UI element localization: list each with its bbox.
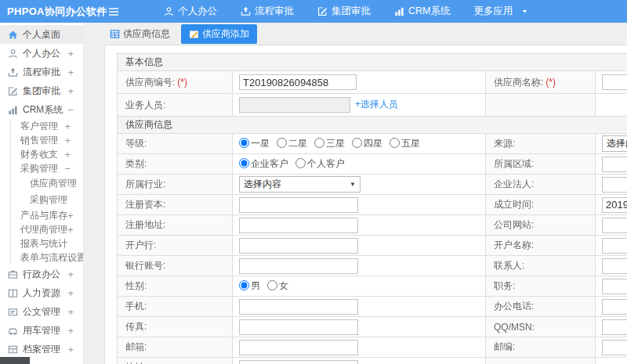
supplier-code-input[interactable] bbox=[239, 74, 357, 90]
radio-grade-0[interactable]: 一星 bbox=[239, 138, 270, 149]
sidebar-item-agent-mgmt[interactable]: 代理商管理+ bbox=[10, 222, 83, 236]
radio-gender-1[interactable]: 女 bbox=[267, 280, 288, 291]
sidebar-item-procurement-mgmt[interactable]: 采购管理− bbox=[10, 161, 83, 175]
topbar-menu-crm-system[interactable]: CRM系统 bbox=[394, 5, 450, 18]
topbar-menu-group-approval[interactable]: 集团审批 bbox=[317, 5, 371, 18]
form-label-cell: 成立时间: bbox=[486, 195, 596, 215]
sidebar-item-label: 供应商管理 bbox=[30, 177, 77, 190]
radio-grade-3[interactable]: 四星 bbox=[352, 138, 382, 149]
user-icon bbox=[8, 49, 18, 59]
radio-input-grade[interactable] bbox=[314, 138, 324, 148]
radio-input-category[interactable] bbox=[239, 158, 249, 168]
expand-icon[interactable]: + bbox=[67, 326, 74, 336]
office-phone-input[interactable] bbox=[602, 299, 627, 315]
form-label-cell: 供应商名称:(*) bbox=[486, 71, 596, 94]
expand-icon[interactable]: + bbox=[67, 49, 74, 59]
business-person-input[interactable] bbox=[239, 97, 350, 113]
expand-icon[interactable]: + bbox=[67, 211, 74, 221]
region-input[interactable] bbox=[602, 157, 627, 172]
form-label-cell: 地址: bbox=[118, 358, 233, 364]
sidebar-item-vehicle-mgmt[interactable]: 用车管理+ bbox=[0, 321, 83, 340]
expand-icon[interactable]: + bbox=[64, 121, 71, 132]
field-label: 供应商编号: bbox=[125, 77, 175, 88]
supplier-name-input[interactable] bbox=[602, 74, 627, 90]
sidebar-item-personal-desktop[interactable]: 个人桌面 bbox=[0, 25, 83, 44]
registered-address-input[interactable] bbox=[239, 218, 358, 233]
tab-supplier-add[interactable]: 供应商添加 bbox=[181, 24, 257, 44]
fax-input[interactable] bbox=[239, 319, 358, 335]
select-person-link[interactable]: +选择人员 bbox=[355, 99, 398, 110]
sidebar-item-admin-office[interactable]: 行政办公+ bbox=[0, 265, 83, 283]
sidebar-item-workflow-approval[interactable]: 流程审批+ bbox=[0, 63, 83, 81]
sidebar-item-purchase-mgmt[interactable]: 采购管理 bbox=[10, 192, 83, 208]
zipcode-input[interactable] bbox=[602, 340, 627, 355]
sidebar-item-reports-stats[interactable]: 报表与统计 bbox=[10, 236, 83, 250]
radio-grade-2[interactable]: 三星 bbox=[314, 138, 345, 149]
company-website-input[interactable] bbox=[602, 218, 627, 233]
bank-input[interactable] bbox=[239, 238, 358, 254]
industry-select[interactable]: 选择内容▼ bbox=[239, 176, 361, 193]
position-input[interactable] bbox=[602, 279, 627, 294]
radio-input-grade[interactable] bbox=[239, 138, 249, 148]
radio-category-0[interactable]: 企业客户 bbox=[239, 158, 288, 169]
legal-person-input[interactable] bbox=[602, 177, 627, 193]
sidebar-item-finance-income-expense[interactable]: 财务收支+ bbox=[10, 147, 83, 161]
sidebar-item-document-mgmt[interactable]: 公文管理+ bbox=[0, 302, 83, 321]
expand-icon[interactable]: + bbox=[67, 269, 74, 279]
form-value-cell bbox=[596, 337, 627, 358]
founding-date-input[interactable] bbox=[602, 197, 627, 213]
mobile-input[interactable] bbox=[239, 299, 358, 315]
form-value-cell bbox=[233, 195, 486, 215]
form-label-cell: 手机: bbox=[118, 297, 233, 317]
bank-account-input[interactable] bbox=[239, 258, 358, 274]
radio-grade-1[interactable]: 二星 bbox=[277, 138, 307, 149]
sidebar-item-form-flow-settings[interactable]: 表单与流程设置+ bbox=[10, 250, 83, 265]
expand-icon[interactable]: + bbox=[67, 344, 74, 355]
sidebar-item-supplier-mgmt[interactable]: 供应商管理 bbox=[10, 175, 83, 192]
tab-supplier-info[interactable]: 供应商信息 bbox=[105, 24, 175, 44]
radio-gender-0[interactable]: 男 bbox=[239, 280, 260, 291]
sidebar-item-product-inventory[interactable]: 产品与库存+ bbox=[10, 208, 83, 222]
expand-icon[interactable]: + bbox=[67, 307, 74, 317]
field-label: 职务: bbox=[494, 280, 515, 291]
sidebar-item-group-approval[interactable]: 集团审批+ bbox=[0, 81, 83, 100]
radio-input-gender[interactable] bbox=[267, 280, 277, 290]
registered-capital-input[interactable] bbox=[239, 197, 358, 213]
radio-input-grade[interactable] bbox=[352, 138, 362, 148]
menu-toggle-icon[interactable] bbox=[107, 5, 120, 18]
sidebar-item-archive-mgmt[interactable]: 档案管理+ bbox=[0, 340, 83, 359]
expand-icon[interactable]: + bbox=[67, 225, 74, 235]
source-select[interactable]: 选择内容▼ bbox=[602, 135, 627, 152]
sidebar-item-personal-office[interactable]: 个人办公+ bbox=[0, 44, 83, 63]
email-input[interactable] bbox=[239, 340, 358, 355]
sidebar-item-label: 人力资源 bbox=[23, 287, 60, 300]
sidebar-item-human-resources[interactable]: 人力资源+ bbox=[0, 283, 83, 302]
expand-icon[interactable]: + bbox=[67, 288, 74, 298]
radio-input-gender[interactable] bbox=[239, 280, 249, 290]
radio-input-grade[interactable] bbox=[277, 138, 287, 148]
qq-msn-input[interactable] bbox=[602, 319, 627, 335]
collapse-icon[interactable]: − bbox=[67, 105, 74, 115]
expand-icon[interactable]: + bbox=[67, 86, 74, 96]
expand-icon[interactable]: + bbox=[64, 150, 71, 160]
collapse-icon[interactable]: − bbox=[64, 164, 71, 174]
radio-input-grade[interactable] bbox=[390, 138, 400, 148]
expand-icon[interactable]: + bbox=[67, 67, 74, 77]
topbar-menu-more-apps[interactable]: 更多应用 bbox=[473, 5, 528, 18]
form-value-cell bbox=[596, 215, 627, 236]
radio-input-category[interactable] bbox=[295, 158, 306, 168]
contact-person-input[interactable] bbox=[602, 258, 627, 274]
sidebar-item-crm-system[interactable]: CRM系统− bbox=[0, 100, 83, 119]
account-name-input[interactable] bbox=[602, 238, 627, 254]
address-input[interactable] bbox=[239, 360, 358, 364]
radio-grade-4[interactable]: 五星 bbox=[390, 138, 420, 149]
expand-icon[interactable]: + bbox=[64, 135, 71, 146]
sidebar-item-sales-mgmt[interactable]: 销售管理+ bbox=[10, 133, 83, 147]
topbar-menu-personal-office[interactable]: 个人办公 bbox=[164, 5, 217, 18]
sidebar-item-label: 报表与统计 bbox=[20, 237, 67, 250]
topbar-menu-workflow-approval[interactable]: 流程审批 bbox=[241, 5, 294, 18]
radio-category-1[interactable]: 个人客户 bbox=[295, 158, 345, 169]
main-content: 供应商信息供应商添加 基本信息供应商编号:(*)供应商名称:(*)业务人员:+选… bbox=[83, 23, 627, 364]
sidebar-item-customer-mgmt[interactable]: 客户管理+ bbox=[10, 119, 83, 133]
form-value-cell bbox=[233, 337, 486, 358]
